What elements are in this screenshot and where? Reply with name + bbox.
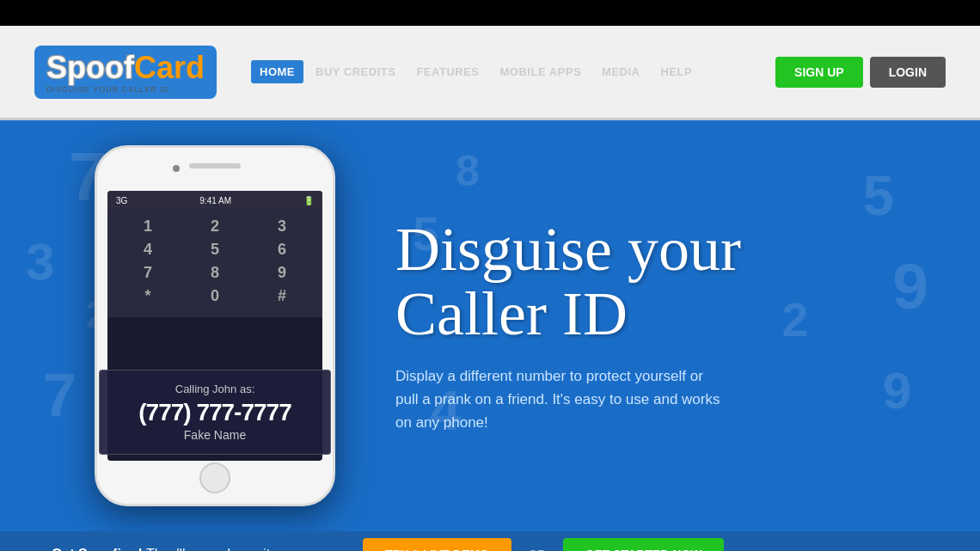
nav-mobile-apps[interactable]: MOBILE APPS [492,60,591,83]
footer-or: OR [529,548,546,551]
signup-button[interactable]: SIGN UP [775,57,863,88]
phone-container: 3G 9:41 AM 🔋 123 456 789 *0# Calling Joh… [52,145,378,506]
calling-label: Calling John as: [120,383,309,395]
hero-headline: Disguise your Caller ID [395,217,928,347]
logo-area: SpoofCard DISGUISE YOUR CALLER ID [34,46,217,99]
logo-tagline: DISGUISE YOUR CALLER ID [46,85,205,94]
nav-media[interactable]: MEDIA [593,60,648,83]
home-button [199,462,230,493]
footer-text: Get Spoofing! They'll never know it was … [52,547,328,552]
nav-features[interactable]: FEATURES [407,60,487,83]
header: SpoofCard DISGUISE YOUR CALLER ID HOME B… [0,26,980,120]
footer-normal: They'll never know it was you. [143,547,328,552]
black-bar-top [0,0,980,26]
logo-wrapper: SpoofCard DISGUISE YOUR CALLER ID [34,46,217,99]
nav-home[interactable]: HOME [251,60,303,83]
logo-spoof: Spoof [46,50,134,85]
login-button[interactable]: LOGIN [870,57,946,88]
hero-section: 7 3 3 2 7 9 5 9 9 5 4 8 2 3G 9:41 AM 🔋 1… [0,120,980,531]
nav-buy-credits[interactable]: BUY CREDITS [307,60,404,83]
phone-speaker [189,163,241,168]
calling-number: (777) 777-7777 [120,399,309,426]
hero-description: Display a different number to protect yo… [395,364,722,435]
calling-overlay: Calling John as: (777) 777-7777 Fake Nam… [99,370,331,455]
nav-help[interactable]: HELP [652,60,701,83]
signal-indicator: 3G [116,196,127,205]
try-demo-button[interactable]: TRY A LIVE DEMO [363,538,511,552]
headline-line2: Caller ID [395,279,628,348]
logo-text: SpoofCard [46,52,205,83]
hero-text: Disguise your Caller ID Display a differ… [378,183,980,469]
phone-status-bar: 3G 9:41 AM 🔋 [107,191,322,211]
headline-line1: Disguise your [395,215,741,284]
nav-buttons: SIGN UP LOGIN [775,57,946,88]
logo-card: Card [134,50,205,85]
clock: 9:41 AM [199,196,231,205]
footer-bold: Get Spoofing! [52,547,143,552]
main-nav: HOME BUY CREDITS FEATURES MOBILE APPS ME… [251,60,775,83]
phone-keypad: 123 456 789 *0# [107,211,322,317]
get-started-button[interactable]: GET STARTED NOW [563,538,725,552]
calling-name: Fake Name [120,428,309,442]
battery-indicator: 🔋 [303,196,314,205]
footer-bar: Get Spoofing! They'll never know it was … [0,531,980,551]
phone-camera [173,165,180,172]
